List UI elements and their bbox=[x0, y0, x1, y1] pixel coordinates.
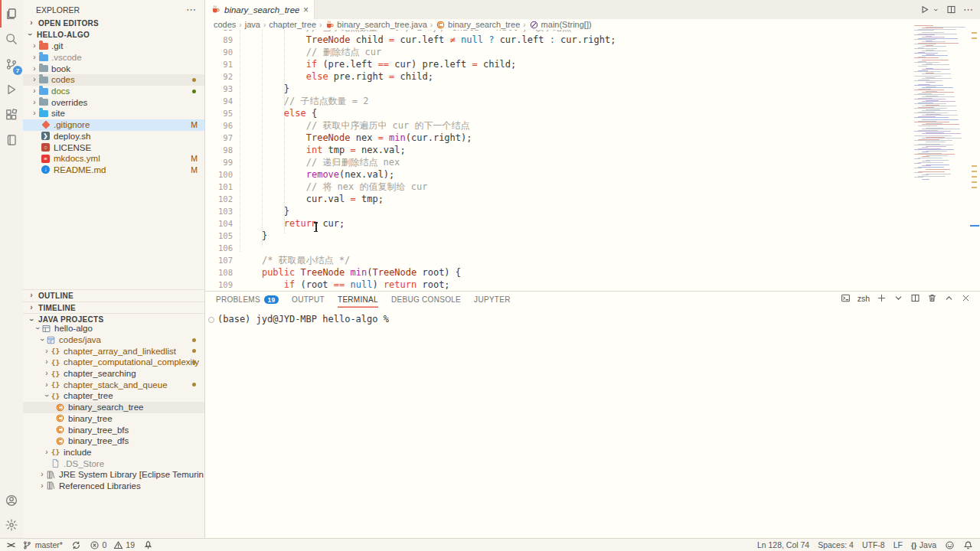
java-item-include[interactable]: ›{}include bbox=[23, 447, 204, 458]
kill-terminal-icon[interactable] bbox=[927, 293, 937, 303]
run-dropdown-icon[interactable]: › bbox=[932, 6, 939, 14]
folder-icon bbox=[38, 97, 48, 107]
java-item-chapter_searching[interactable]: ›{}chapter_searching bbox=[23, 368, 204, 380]
search-icon[interactable] bbox=[3, 31, 20, 47]
line-number: 100 bbox=[205, 168, 233, 181]
section-label: OUTLINE bbox=[38, 292, 74, 300]
java-item-chapter_array_and_linkedlist[interactable]: ›{}chapter_array_and_linkedlist bbox=[23, 345, 204, 357]
file-overrides[interactable]: ›overrides bbox=[23, 96, 204, 108]
section-open-editors[interactable]: › OPEN EDITORS bbox=[23, 18, 204, 29]
run-debug-icon[interactable] bbox=[3, 81, 20, 98]
problems-indicator[interactable]: 019 bbox=[90, 540, 135, 550]
shell-selector[interactable]: zsh bbox=[858, 294, 870, 303]
panel-tab-terminal[interactable]: TERMINAL bbox=[338, 292, 378, 308]
extensions-icon[interactable] bbox=[3, 106, 20, 123]
activity-bar: 7 bbox=[0, 0, 24, 538]
more-actions-icon[interactable]: ⋯ bbox=[963, 4, 973, 15]
code-line: 91 if (pre.left == cur) pre.left = child… bbox=[205, 58, 911, 70]
line-number: 103 bbox=[205, 205, 233, 217]
minimap[interactable] bbox=[913, 25, 968, 262]
breadcrumb-label: java bbox=[245, 20, 260, 29]
code-editor[interactable]: 88 // 当子结点数量 = 0 / 1 时， child = null / 该… bbox=[205, 30, 911, 290]
file-site[interactable]: ›site bbox=[23, 108, 204, 119]
encoding[interactable]: UTF-8 bbox=[862, 540, 885, 549]
file-LICENSE[interactable]: ○LICENSE bbox=[23, 142, 204, 153]
panel-tab-debug-console[interactable]: DEBUG CONSOLE bbox=[391, 292, 461, 308]
breadcrumb-item[interactable]: main(String[]) bbox=[529, 20, 592, 30]
run-icon[interactable] bbox=[920, 5, 929, 15]
tree-item-label: chapter_array_and_linkedlist bbox=[64, 347, 176, 356]
tree-item-label: chapter_computational_complexity bbox=[64, 357, 199, 367]
file-deploy.sh[interactable]: ❯deploy.sh bbox=[23, 131, 204, 142]
more-actions-icon[interactable]: ⋯ bbox=[186, 4, 197, 15]
split-editor-icon[interactable] bbox=[946, 5, 956, 15]
panel-tab-problems[interactable]: PROBLEMS19 bbox=[216, 292, 279, 308]
breadcrumb-item[interactable]: codes bbox=[214, 20, 236, 29]
java-item--ds_store[interactable]: ›.DS_Store bbox=[23, 458, 204, 469]
line-number: 102 bbox=[205, 193, 233, 205]
maximize-panel-icon[interactable] bbox=[944, 293, 954, 303]
java-item-jre-system-library-eclipse-temurin-17-17-[interactable]: ›JRE System Library [Eclipse Temurin 17 … bbox=[23, 469, 204, 481]
chevron-right-icon: › bbox=[43, 381, 51, 389]
section-outline[interactable]: ›OUTLINE bbox=[23, 289, 204, 302]
java-item-binary_tree_dfs[interactable]: ›binary_tree_dfs bbox=[23, 435, 204, 447]
java-item-codes-java[interactable]: ›codes/java bbox=[23, 334, 204, 346]
breadcrumb-item[interactable]: binary_search_tree bbox=[436, 20, 520, 30]
chevron-right-icon: › bbox=[31, 42, 38, 50]
file-docs[interactable]: ›docs bbox=[23, 86, 204, 97]
breadcrumb-item[interactable]: binary_search_tree.java bbox=[325, 20, 426, 30]
java-item-chapter_tree[interactable]: ›{}chapter_tree bbox=[23, 390, 204, 402]
cursor-position[interactable]: Ln 128, Col 74 bbox=[757, 540, 809, 549]
notifications-bell-icon[interactable] bbox=[963, 540, 973, 550]
settings-icon[interactable] bbox=[3, 517, 20, 533]
line-number: 97 bbox=[205, 132, 233, 144]
git-modified-dot bbox=[192, 383, 196, 386]
breadcrumb-item[interactable]: chapter_tree bbox=[269, 20, 316, 29]
split-terminal-icon[interactable] bbox=[910, 293, 920, 303]
language-mode[interactable]: {}Java bbox=[911, 540, 936, 549]
overview-ruler-scrollbar[interactable] bbox=[969, 20, 980, 291]
java-status-rocket-icon[interactable] bbox=[143, 540, 153, 550]
new-terminal-icon[interactable] bbox=[877, 293, 887, 303]
close-icon[interactable]: × bbox=[303, 5, 309, 15]
code-line: 109 if (root == null) return root; bbox=[205, 279, 911, 290]
panel-tab-jupyter[interactable]: JUPYTER bbox=[474, 292, 511, 308]
source-control-icon[interactable]: 7 bbox=[3, 56, 20, 73]
sync-icon[interactable] bbox=[71, 540, 81, 550]
file-book[interactable]: ›book bbox=[23, 63, 204, 74]
breadcrumb-item[interactable]: java bbox=[245, 20, 260, 29]
tab-binary-search-tree[interactable]: binary_search_tree.java × bbox=[205, 0, 315, 19]
account-icon[interactable] bbox=[3, 492, 20, 509]
file-README.md[interactable]: ↓README.mdM bbox=[23, 165, 204, 176]
java-item-referenced-libraries[interactable]: ›Referenced Libraries bbox=[23, 481, 204, 492]
notebook-icon[interactable] bbox=[3, 132, 20, 148]
java-item-hello-algo[interactable]: ›hello-algo bbox=[23, 323, 204, 334]
launch-profile-dropdown-icon[interactable] bbox=[893, 293, 903, 303]
feedback-smiley-icon[interactable] bbox=[945, 540, 955, 550]
remote-indicator[interactable]: >< bbox=[7, 540, 14, 549]
code-text: cur.val = tmp; bbox=[233, 193, 384, 205]
explorer-icon[interactable] bbox=[3, 5, 20, 22]
file-.vscode[interactable]: ›.vscode bbox=[23, 52, 204, 64]
branch-indicator[interactable]: master* bbox=[22, 540, 63, 550]
section-timeline[interactable]: ›TIMELINE bbox=[23, 302, 204, 314]
java-item-binary_tree[interactable]: ›binary_tree bbox=[23, 413, 204, 425]
file-.git[interactable]: ›.git bbox=[23, 41, 204, 52]
file-mkdocs.yml[interactable]: ≡mkdocs.ymlM bbox=[23, 153, 204, 165]
terminal[interactable]: (base) jyd@JYD-MBP hello-algo % bbox=[217, 314, 389, 324]
java-item-binary_tree_bfs[interactable]: ›binary_tree_bfs bbox=[23, 424, 204, 435]
java-item-chapter_stack_and_queue[interactable]: ›{}chapter_stack_and_queue bbox=[23, 379, 204, 390]
panel-tab-output[interactable]: OUTPUT bbox=[292, 292, 325, 308]
library-icon bbox=[46, 481, 56, 491]
eol[interactable]: LF bbox=[893, 540, 903, 549]
indentation[interactable]: Spaces: 4 bbox=[818, 540, 854, 549]
file-codes[interactable]: ›codes bbox=[23, 74, 204, 86]
java-item-chapter_computational_complexity[interactable]: ›{}chapter_computational_complexity bbox=[23, 357, 204, 368]
section-root-folder[interactable]: › HELLO-ALGO bbox=[23, 29, 204, 41]
close-panel-icon[interactable] bbox=[961, 293, 971, 303]
java-item-binary_search_tree[interactable]: ›binary_search_tree bbox=[23, 402, 204, 413]
file-.gitignore[interactable]: .gitignoreM bbox=[23, 119, 204, 131]
command-decoration bbox=[208, 317, 214, 323]
file-label: LICENSE bbox=[54, 143, 91, 152]
code-line: 97 TreeNode nex = min(cur.right); bbox=[205, 132, 911, 144]
